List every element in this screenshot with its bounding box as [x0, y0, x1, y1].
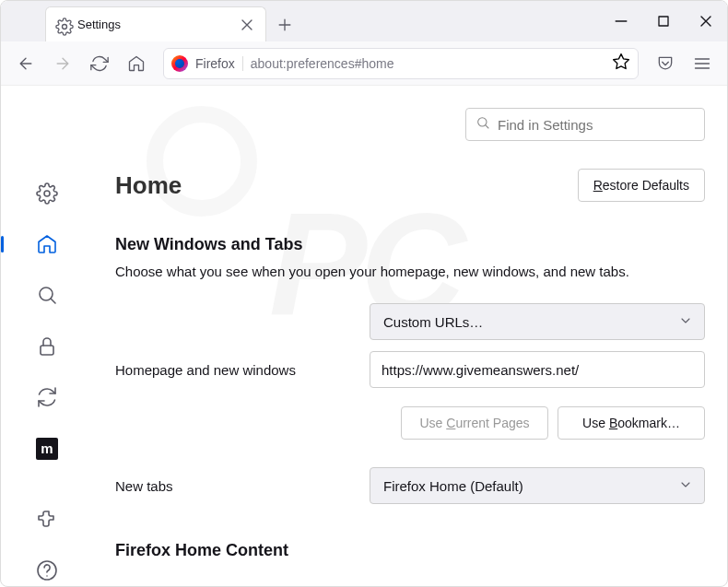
svg-rect-4: [41, 346, 53, 355]
svg-rect-1: [659, 17, 668, 26]
forward-button[interactable]: [47, 48, 78, 79]
newtabs-value: Firefox Home (Default): [383, 478, 523, 494]
settings-search-input[interactable]: [498, 117, 695, 133]
restore-defaults-button[interactable]: RRestore Defaultsestore Defaults: [578, 169, 705, 202]
sidebar-help[interactable]: [29, 556, 65, 586]
reload-button[interactable]: [84, 48, 115, 79]
homepage-url-input[interactable]: [370, 351, 705, 388]
use-current-pages-button[interactable]: Use Current PagesUse Current Pages: [401, 406, 548, 440]
section-new-windows-title: New Windows and Tabs: [115, 235, 705, 254]
close-icon[interactable]: [238, 16, 256, 34]
homepage-label: Homepage and new windows: [112, 362, 370, 378]
sidebar-search[interactable]: [29, 280, 65, 311]
use-bookmark-button[interactable]: Use Bookmark…Use Bookmark…: [558, 406, 705, 440]
sidebar-general[interactable]: [29, 178, 65, 208]
back-button[interactable]: [10, 48, 41, 79]
sidebar-privacy[interactable]: [29, 331, 65, 361]
sidebar-extensions[interactable]: [29, 504, 65, 534]
homepage-mode-select[interactable]: Custom URLs…: [370, 303, 705, 340]
toolbar: Firefox about:preferences#home: [1, 41, 727, 86]
homepage-mode-value: Custom URLs…: [383, 314, 483, 330]
chevron-down-icon: [678, 477, 693, 495]
page-heading: Home: [115, 171, 182, 200]
star-icon[interactable]: [612, 53, 630, 75]
tab-title: Settings: [77, 18, 230, 31]
url-text: about:preferences#home: [251, 56, 605, 71]
menu-button[interactable]: [687, 48, 718, 79]
gear-icon: [55, 18, 70, 32]
maximize-button[interactable]: [642, 1, 685, 41]
identity-block: Firefox: [195, 56, 243, 71]
svg-point-5: [38, 561, 56, 580]
browser-tab[interactable]: Settings: [45, 6, 266, 41]
newtabs-select[interactable]: Firefox Home (Default): [370, 467, 705, 504]
title-bar: Settings: [1, 1, 727, 41]
search-icon: [476, 115, 490, 134]
svg-point-2: [44, 191, 50, 196]
close-button[interactable]: [685, 1, 727, 41]
home-button[interactable]: [121, 48, 152, 79]
new-tab-button[interactable]: [272, 12, 298, 38]
newtabs-label: New tabs: [112, 478, 370, 494]
sidebar-extension-m[interactable]: m: [29, 433, 65, 464]
url-bar[interactable]: Firefox about:preferences#home: [163, 48, 639, 79]
minimize-button[interactable]: [600, 1, 642, 41]
main-panel: Home RRestore Defaultsestore Defaults Ne…: [93, 86, 727, 586]
sidebar-home[interactable]: [29, 229, 65, 259]
svg-point-0: [63, 24, 67, 29]
firefox-icon: [171, 55, 188, 72]
chevron-down-icon: [678, 313, 693, 331]
window-controls: [600, 1, 727, 41]
settings-search[interactable]: [465, 108, 705, 141]
sidebar: m: [1, 86, 93, 586]
sidebar-sync[interactable]: [29, 382, 65, 413]
section-new-windows-desc: Choose what you see when you open your h…: [115, 264, 705, 279]
section-firefox-home-title: Firefox Home Content: [115, 541, 705, 560]
content-area: m Home RRestore Defaultsestore Defaults …: [1, 86, 727, 586]
pocket-button[interactable]: [650, 48, 681, 79]
